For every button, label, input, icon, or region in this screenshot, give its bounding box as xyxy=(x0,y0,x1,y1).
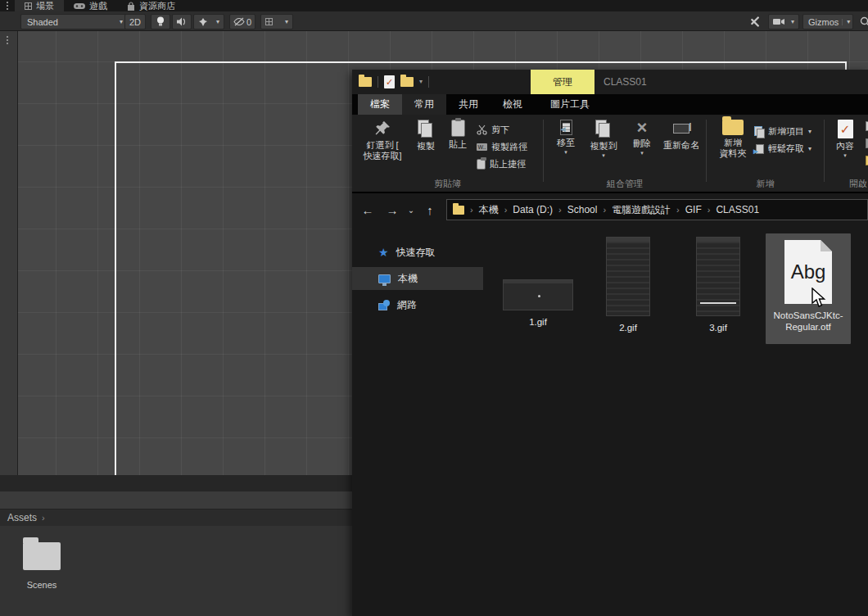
2d-label: 2D xyxy=(129,17,141,27)
group-label-clipboard: 剪貼簿 xyxy=(352,178,543,190)
grid-snap-dropdown[interactable]: ▾ xyxy=(260,14,293,29)
ribbon: 釘選到 [快速存取] 複製 貼上 剪下 W.. xyxy=(352,115,868,193)
collapsed-panel-strip[interactable] xyxy=(0,31,18,475)
ribbon-group-new: 新增資料夾 新增項目 ▾ ► 輕鬆存取 ▾ 新增 xyxy=(707,115,824,192)
copy-to-button[interactable]: 複製到 ▾ xyxy=(585,120,622,157)
gamepad-icon xyxy=(74,2,85,10)
qat-customize-icon[interactable]: ▾ xyxy=(419,79,423,85)
up-button[interactable]: ↑ xyxy=(421,195,439,224)
file-1-gif[interactable]: 1.gif xyxy=(495,233,581,344)
tab-game[interactable]: 遊戲 xyxy=(64,0,117,11)
chevron-down-icon: ▾ xyxy=(808,146,811,152)
tools-icon xyxy=(748,16,760,28)
scene-lighting-toggle[interactable] xyxy=(151,14,170,29)
back-button[interactable]: ← xyxy=(359,195,377,224)
shading-mode-label: Shaded xyxy=(27,17,58,27)
ribbon-group-organize: ◄ 移至 ▾ 複製到 ▾ × 刪除 ▾ 重新命名 組合 xyxy=(544,115,706,192)
move-to-button[interactable]: ◄ 移至 ▾ xyxy=(550,120,581,154)
pin-to-quick-access-button[interactable]: 釘選到 [快速存取] xyxy=(359,120,406,161)
chevron-right-icon: › xyxy=(603,205,606,215)
tab-asset-store-label: 資源商店 xyxy=(139,0,175,12)
tab-scene[interactable]: 場景 xyxy=(15,0,64,11)
delete-button[interactable]: × 刪除 ▾ xyxy=(627,120,657,155)
gif-thumbnail xyxy=(606,237,650,316)
cut-button[interactable]: 剪下 xyxy=(477,121,527,138)
screen: 場景 遊戲 資源商店 Shaded ▾ 2D ▾ 0 xyxy=(0,0,868,616)
file-name: 1.gif xyxy=(529,316,547,328)
copy-button[interactable]: 複製 xyxy=(411,120,441,152)
drag-handle-icon[interactable] xyxy=(0,31,17,44)
grid-icon xyxy=(265,18,273,25)
file-3-gif[interactable]: 3.gif xyxy=(676,233,761,344)
easy-access-button[interactable]: ► 輕鬆存取 ▾ xyxy=(754,140,811,157)
new-folder-button[interactable]: 新增資料夾 xyxy=(715,120,751,159)
tab-home[interactable]: 常用 xyxy=(402,94,446,115)
scene-effects-dropdown[interactable]: ▾ xyxy=(193,14,224,29)
paste-icon xyxy=(451,120,465,137)
tab-share[interactable]: 共用 xyxy=(446,94,491,115)
scissors-icon xyxy=(477,125,487,135)
crumb-school[interactable]: School xyxy=(567,204,598,215)
effects-icon xyxy=(198,17,208,27)
forward-button[interactable]: → xyxy=(383,195,401,224)
crumb-gif[interactable]: GIF xyxy=(685,204,702,215)
recent-locations-dropdown[interactable]: ⌄ xyxy=(405,195,418,224)
properties-button[interactable]: ✓ 內容 ▾ xyxy=(831,120,859,157)
crumb-game-design[interactable]: 電腦遊戲設計 xyxy=(612,203,671,217)
divider xyxy=(428,76,429,88)
new-item-button[interactable]: 新增項目 ▾ xyxy=(754,123,811,140)
quick-access-star-icon: ★ xyxy=(378,247,389,258)
this-pc-icon xyxy=(378,274,391,283)
tab-asset-store[interactable]: 資源商店 xyxy=(117,0,185,11)
sidebar-item-network[interactable]: 網路 xyxy=(352,293,483,316)
copy-path-button[interactable]: W.. 複製路徑 xyxy=(477,138,527,156)
drag-handle-icon[interactable] xyxy=(0,0,15,11)
scene-audio-toggle[interactable] xyxy=(172,14,192,29)
chevron-down-icon: ▾ xyxy=(120,19,123,25)
crumb-drive-d[interactable]: Data (D:) xyxy=(513,204,553,215)
breadcrumb-assets-label: Assets xyxy=(7,512,37,523)
explorer-titlebar[interactable]: ✓ ▾ 管理 CLASS01 xyxy=(352,70,868,94)
address-bar[interactable]: › 本機 › Data (D:) › School › 電腦遊戲設計 › GIF… xyxy=(446,199,868,220)
hidden-objects-toggle[interactable]: 0 xyxy=(229,14,255,29)
crumb-this-pc[interactable]: 本機 xyxy=(479,203,499,217)
scene-camera-dropdown[interactable]: ▾ xyxy=(768,14,799,29)
tab-picture-tools[interactable]: 圖片工具 xyxy=(535,94,605,115)
sidebar-item-quick-access[interactable]: ★ 快速存取 xyxy=(352,241,483,264)
hidden-count: 0 xyxy=(246,17,251,27)
qat-new-folder-icon[interactable] xyxy=(400,77,414,87)
tab-file[interactable]: 檔案 xyxy=(358,94,402,115)
chevron-down-icon: ▾ xyxy=(216,19,219,25)
paste-shortcut-button[interactable]: 貼上捷徑 xyxy=(477,156,527,173)
2d-toggle-button[interactable]: 2D xyxy=(124,14,146,29)
window-folder-icon xyxy=(359,77,372,87)
paste-button[interactable]: 貼上 xyxy=(444,120,472,150)
chevron-down-icon: ▾ xyxy=(842,19,850,25)
scene-grid-icon xyxy=(25,2,32,10)
gif-thumbnail xyxy=(696,237,740,316)
asset-folder-scenes[interactable]: Scenes xyxy=(15,537,69,590)
delete-icon: × xyxy=(637,120,648,136)
chevron-right-icon: › xyxy=(470,205,473,215)
gizmos-dropdown[interactable]: Gizmos ▾ xyxy=(802,14,853,29)
rename-button[interactable]: 重新命名 xyxy=(658,120,704,151)
location-folder-icon xyxy=(453,206,464,215)
sidebar-item-this-pc[interactable]: 本機 xyxy=(352,267,483,290)
eye-slash-icon xyxy=(233,17,245,26)
navigation-bar: ← → ⌄ ↑ › 本機 › Data (D:) › School › 電腦遊戲… xyxy=(352,195,868,224)
qat-properties-icon[interactable]: ✓ xyxy=(384,75,395,88)
copy-path-icon: W.. xyxy=(477,143,487,151)
chevron-down-icon: ▾ xyxy=(791,19,794,25)
crumb-class01[interactable]: CLASS01 xyxy=(716,204,759,215)
file-2-gif[interactable]: 2.gif xyxy=(585,233,671,344)
ribbon-tab-bar: 檔案 常用 共用 檢視 圖片工具 xyxy=(352,94,868,115)
chevron-down-icon: ▾ xyxy=(285,19,288,25)
scene-search-button[interactable] xyxy=(858,14,868,29)
unity-tab-bar: 場景 遊戲 資源商店 xyxy=(0,0,868,11)
scene-tools-button[interactable] xyxy=(741,14,766,29)
file-notosans-otf[interactable]: Abg NotoSansCJKtc-Regular.otf xyxy=(766,233,851,344)
shading-mode-dropdown[interactable]: Shaded ▾ xyxy=(20,14,129,29)
tab-view[interactable]: 檢視 xyxy=(491,94,535,115)
speaker-icon xyxy=(177,17,187,26)
context-tab-manage[interactable]: 管理 xyxy=(531,70,594,94)
